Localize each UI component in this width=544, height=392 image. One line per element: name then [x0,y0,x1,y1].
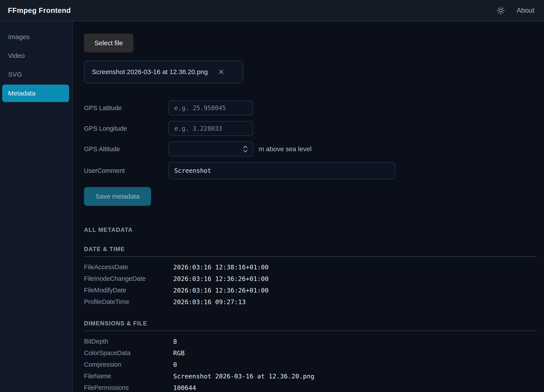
metadata-key: ProfileDateTime [84,298,173,305]
selected-file-name: Screenshot 2026-03-16 at 12.36.20.png [92,68,208,76]
metadata-section-date-time: DATE & TIME FileAccessDate 2026:03:16 12… [84,246,536,308]
sidebar-item-label: Video [8,52,25,59]
metadata-rows: FileAccessDate 2026:03:16 12:38:16+01:00… [84,261,536,308]
metadata-key: BitDepth [84,338,173,345]
gps-longitude-label: GPS Longitude [84,125,169,132]
table-row: FileAccessDate 2026:03:16 12:38:16+01:00 [84,261,536,273]
select-file-button[interactable]: Select file [84,34,133,53]
table-row: ColorSpaceData RGB [84,347,536,359]
usercomment-label: UserComment [84,167,169,174]
altitude-unit-label: m above sea level [259,145,312,153]
app-window: FFmpeg Frontend Ab [0,0,544,392]
table-row: FilePermissions 100644 [84,382,536,392]
sidebar: Images Video SVG Metadata [0,22,73,392]
topbar-actions: About [496,6,534,15]
about-link[interactable]: About [517,6,534,14]
table-row: FileName Screenshot 2026-03-16 at 12.36.… [84,370,536,382]
sidebar-item-video[interactable]: Video [2,47,69,64]
usercomment-input[interactable] [169,162,395,179]
sidebar-item-svg[interactable]: SVG [2,66,69,83]
save-metadata-button[interactable]: Save metadata [84,187,151,206]
app-title: FFmpeg Frontend [8,6,71,15]
form-row-gps-longitude: GPS Longitude [84,121,536,136]
form-row-gps-latitude: GPS Latitude [84,100,536,115]
metadata-key: FileModifyDate [84,287,173,294]
close-icon [218,68,225,75]
gps-altitude-label: GPS Altitude [84,146,169,153]
metadata-panel: Select file Screenshot 2026-03-16 at 12.… [73,22,544,392]
metadata-value: 8 [173,338,536,345]
metadata-key: FilePermissions [84,384,173,391]
selected-file-chip: Screenshot 2026-03-16 at 12.36.20.png [84,60,243,83]
number-stepper-icon[interactable] [242,145,248,153]
metadata-value: 2026:03:16 12:36:26+01:00 [173,287,536,294]
theme-toggle-button[interactable] [496,6,505,15]
table-row: ProfileDateTime 2026:03:16 09:27:13 [84,296,536,308]
table-row: FileModifyDate 2026:03:16 12:36:26+01:00 [84,285,536,296]
form-row-usercomment: UserComment [84,162,536,179]
all-metadata-heading: ALL METADATA [84,227,536,233]
top-bar: FFmpeg Frontend Ab [0,0,544,21]
metadata-value: Screenshot 2026-03-16 at 12.36.20.png [173,373,536,380]
sidebar-item-label: SVG [8,71,22,78]
remove-file-button[interactable] [218,68,225,75]
gps-latitude-input[interactable] [169,100,253,115]
metadata-section-dimensions-file: DIMENSIONS & FILE BitDepth 8 ColorSpaceD… [84,320,536,392]
gps-latitude-label: GPS Latitude [84,105,169,112]
section-title: DATE & TIME [84,246,536,257]
metadata-value: 100644 [173,384,536,392]
metadata-form: GPS Latitude GPS Longitude GPS Altitude [84,100,536,206]
sidebar-item-label: Images [8,33,30,41]
metadata-value: 2026:03:16 12:36:26+01:00 [173,275,536,282]
metadata-key: Compression [84,361,173,368]
metadata-key: ColorSpaceData [84,349,173,357]
metadata-value: RGB [173,349,536,357]
table-row: Compression 0 [84,359,536,370]
metadata-key: FileAccessDate [84,263,173,271]
table-row: FileInodeChangeDate 2026:03:16 12:36:26+… [84,273,536,285]
sidebar-item-label: Metadata [8,90,35,97]
section-title: DIMENSIONS & FILE [84,320,536,331]
metadata-value: 2026:03:16 12:38:16+01:00 [173,263,536,271]
metadata-value: 2026:03:16 09:27:13 [173,298,536,306]
metadata-key: FileInodeChangeDate [84,275,173,282]
sun-icon [496,6,505,15]
table-row: BitDepth 8 [84,336,536,347]
metadata-rows: BitDepth 8 ColorSpaceData RGB Compressio… [84,336,536,392]
metadata-value: 0 [173,361,536,369]
sidebar-item-metadata[interactable]: Metadata [2,85,69,102]
gps-longitude-input[interactable] [169,121,253,136]
metadata-key: FileName [84,373,173,380]
gps-altitude-input[interactable] [169,142,253,157]
form-row-gps-altitude: GPS Altitude m above sea level [84,142,536,157]
sidebar-item-images[interactable]: Images [2,28,69,46]
